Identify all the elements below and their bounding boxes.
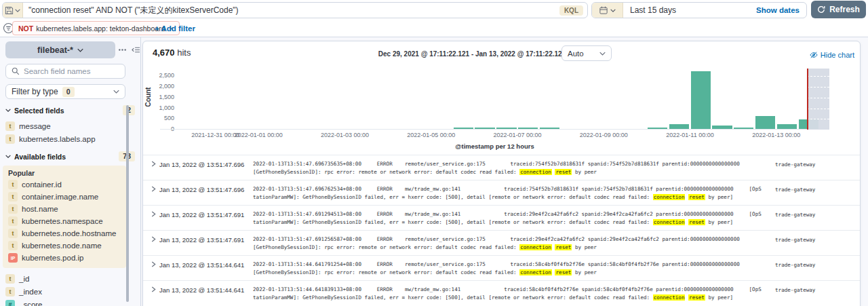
field-item-kubernetes.namespace[interactable]: tkubernetes.namespace (5, 215, 123, 227)
field-name-label: kubernetes.pod.ip (22, 254, 83, 262)
field-item-container.id[interactable]: tcontainer.id (5, 178, 123, 191)
available-fields-header[interactable]: Available fields 73 (5, 151, 135, 161)
field-item-kubernetes.pod.ip[interactable]: IPkubernetes.pod.ip (5, 252, 123, 264)
field-type-icon: # (5, 300, 15, 306)
table-row: Jan 13, 2022 @ 13:51:44.6412022-01-13T13… (143, 255, 860, 280)
hits-number: 4,670 (153, 47, 175, 58)
highlight: connection (653, 194, 686, 200)
query-language-badge[interactable]: KQL (559, 5, 583, 16)
chart-date-range: Dec 29, 2021 @ 17:11:22.121 - Jan 13, 20… (374, 50, 570, 58)
field-item-host.name[interactable]: thost.name (5, 203, 123, 215)
x-axis-title: @timestamp per 12 hours (160, 142, 829, 150)
chevron-down-icon (5, 155, 11, 158)
app-label-cell: trade-gateway (775, 287, 815, 293)
field-item-kubernetes.labels.app[interactable]: tkubernetes.labels.app (0, 132, 140, 145)
time-cell: Jan 13, 2022 @ 13:51:47.691 (159, 236, 244, 244)
filter-by-type-count-badge: 0 (62, 87, 75, 97)
eye-slash-icon (810, 51, 818, 59)
saved-query-button[interactable] (3, 3, 23, 18)
selected-fields-header[interactable]: Selected fields 2 (5, 105, 135, 115)
field-type-icon: t (8, 229, 18, 238)
field-name-label: container.image.name (22, 193, 98, 201)
field-item-_index[interactable]: t_index (0, 285, 140, 298)
time-cell: Jan 13, 2022 @ 13:51:47.696 (159, 161, 244, 168)
index-pattern-select[interactable]: filebeat-* (5, 41, 115, 58)
app-label-cell: trade-gateway (775, 187, 815, 193)
show-dates-button[interactable]: Show dates (756, 6, 806, 14)
highlight: reset (688, 219, 705, 225)
collapse-sidebar-icon[interactable] (132, 45, 140, 54)
field-search-input[interactable] (24, 67, 112, 75)
field-type-icon: t (5, 287, 15, 297)
x-tick-label: 2022-01-09 00:00 (573, 132, 634, 138)
interval-value: Auto (568, 50, 584, 58)
histogram-bar (777, 124, 797, 129)
x-axis-ticks: 2021-12-31 00:002022-01-01 00:002022-01-… (160, 132, 829, 140)
field-item-kubernetes.node.hostname[interactable]: tkubernetes.node.hostname (5, 227, 123, 240)
expand-row-icon[interactable] (151, 211, 156, 217)
hide-chart-button[interactable]: Hide chart (810, 51, 854, 59)
field-type-icon: t (5, 121, 15, 131)
popular-fields-label: Popular (5, 169, 123, 177)
highlight: connection (519, 269, 552, 275)
refresh-button[interactable]: Refresh (811, 1, 866, 18)
selected-fields-label: Selected fields (14, 107, 64, 115)
date-range-value[interactable]: Last 15 days (623, 5, 676, 15)
field-item-message[interactable]: tmessage (0, 119, 140, 132)
table-row: Jan 13, 2022 @ 13:51:47.6962022-01-13T13… (143, 155, 860, 180)
expand-row-icon[interactable] (151, 161, 156, 167)
app-label-cell: trade-gateway (775, 212, 815, 218)
highlight: connection (519, 169, 552, 175)
field-name-label: host.name (22, 205, 58, 213)
field-item-container.image.name[interactable]: tcontainer.image.name (5, 191, 123, 203)
field-type-icon: t (8, 204, 18, 214)
filter-by-type-select[interactable]: Filter by type 0 (5, 84, 125, 99)
interval-select[interactable]: Auto (561, 45, 612, 61)
histogram-bar (648, 128, 667, 130)
index-options-icon[interactable] (118, 45, 127, 54)
histogram-bar (496, 128, 516, 129)
field-name-label: message (19, 122, 51, 130)
highlight: reset (688, 194, 705, 200)
app-label-cell: trade-gateway (775, 262, 815, 268)
field-type-icon: t (5, 134, 15, 144)
highlight: reset (555, 169, 572, 175)
time-cell: Jan 13, 2022 @ 13:51:44.641 (159, 261, 244, 269)
message-cell: 2022-01-13T13:51:47.696762534+08:00 ERRO… (253, 185, 772, 201)
current-time-marker (807, 69, 808, 130)
add-filter-button[interactable]: + Add filter (155, 24, 195, 33)
message-cell: 2022-01-13T13:51:47.691256587+08:00 ERRO… (253, 235, 772, 251)
field-item-kubernetes.node.name[interactable]: tkubernetes.node.name (5, 240, 123, 252)
app-label-cell: trade-gateway (775, 237, 815, 243)
highlight: reset (688, 294, 705, 301)
date-picker-quick-menu[interactable] (592, 3, 623, 18)
query-bar: "connection reset" AND NOT ("未定义的kitexSe… (2, 2, 588, 18)
hits-label: hits (177, 47, 191, 58)
filter-pill-label: kubernetes.labels.app: tekton-dashboard (36, 24, 165, 33)
expand-row-icon[interactable] (151, 286, 156, 292)
message-cell: 2022-01-13T13:51:44.641839133+08:00 ERRO… (253, 286, 772, 301)
histogram-bar (475, 128, 494, 130)
sidebar-scrollbar[interactable] (126, 105, 129, 302)
histogram-bar (734, 128, 753, 129)
field-search-box (5, 64, 125, 79)
selected-fields-count-badge: 2 (123, 105, 135, 115)
field-item-_score[interactable]: #_score (0, 298, 140, 306)
field-name-label: kubernetes.labels.app (19, 135, 96, 143)
highlight: reset (555, 244, 572, 250)
date-picker: Last 15 days Show dates (591, 2, 807, 18)
query-input[interactable]: "connection reset" AND NOT ("未定义的kitexSe… (23, 3, 559, 18)
field-item-_id[interactable]: t_id (0, 272, 140, 285)
expand-row-icon[interactable] (151, 186, 156, 192)
expand-row-icon[interactable] (151, 261, 156, 267)
field-type-icon: t (5, 274, 15, 284)
histogram-plot[interactable] (160, 69, 829, 130)
chevron-down-icon (610, 9, 616, 12)
search-icon (12, 67, 20, 75)
filter-negate-label: NOT (18, 24, 33, 33)
expand-row-icon[interactable] (151, 236, 156, 242)
chevron-down-icon (15, 9, 20, 12)
field-name-label: _index (19, 288, 42, 296)
message-cell: 2022-01-13T13:51:47.691294513+08:00 ERRO… (253, 210, 772, 226)
x-tick-label: 2022-01-11 00:00 (660, 132, 721, 138)
